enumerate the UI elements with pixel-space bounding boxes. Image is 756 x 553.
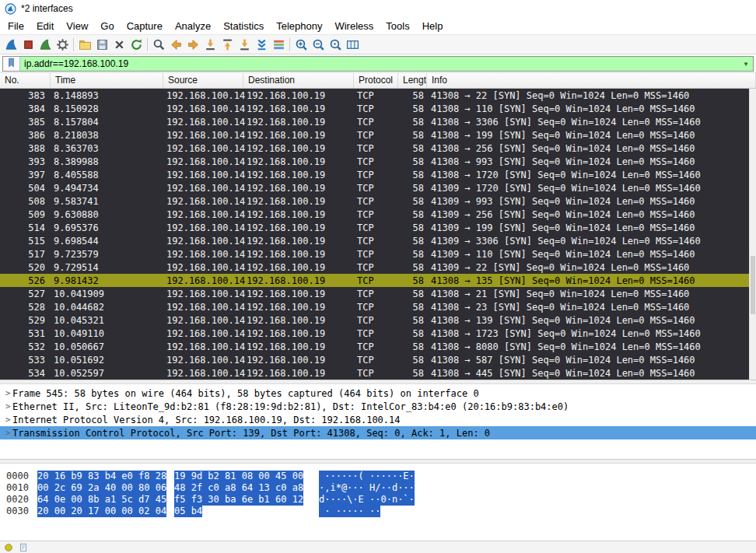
filter-dropdown-icon[interactable]: ▾: [739, 60, 753, 68]
packet-row-515[interactable]: 5159.698544192.168.100.14192.168.100.19T…: [0, 234, 749, 247]
display-filter-input[interactable]: [20, 57, 739, 71]
packet-row-529[interactable]: 52910.045321192.168.100.14192.168.100.19…: [0, 313, 749, 327]
detail-text: Internet Protocol Version 4, Src: 192.16…: [12, 415, 401, 425]
menu-tools[interactable]: Tools: [380, 19, 415, 33]
packet-row-526[interactable]: 5269.981432192.168.100.14192.168.100.19T…: [0, 274, 749, 287]
column-header-info[interactable]: Info: [427, 73, 756, 88]
packet-row-383[interactable]: 3838.148893192.168.100.14192.168.100.19T…: [0, 89, 749, 102]
hex-bytes-left[interactable]: 64 0e 00 8b a1 5c d7 45: [37, 494, 166, 506]
packet-row-508[interactable]: 5089.583741192.168.100.14192.168.100.19T…: [0, 194, 749, 208]
menu-statistics[interactable]: Statistics: [217, 19, 270, 33]
reload-file-button[interactable]: [128, 36, 145, 53]
hex-ascii[interactable]: · ····· ··: [319, 506, 380, 517]
menu-analyze[interactable]: Analyze: [169, 19, 217, 33]
packet-row-504[interactable]: 5049.494734192.168.100.14192.168.100.19T…: [0, 181, 749, 194]
resize-columns-button[interactable]: [344, 36, 361, 53]
expand-arrow-icon[interactable]: >: [0, 428, 12, 438]
menu-view[interactable]: View: [60, 19, 94, 33]
hex-bytes-right[interactable]: 05 b4: [174, 506, 202, 517]
auto-scroll-button[interactable]: [253, 36, 270, 53]
menu-edit[interactable]: Edit: [30, 19, 60, 33]
expert-info-icon[interactable]: [4, 543, 13, 552]
packet-row-386[interactable]: 3868.218038192.168.100.14192.168.100.19T…: [0, 128, 749, 142]
column-header-time[interactable]: Time: [51, 73, 163, 88]
detail-row-3[interactable]: >Transmission Control Protocol, Src Port…: [0, 426, 756, 439]
menu-help[interactable]: Help: [416, 19, 450, 33]
zoom-out-button[interactable]: [310, 36, 327, 53]
cell-protocol: TCP: [354, 289, 398, 299]
menu-telephony[interactable]: Telephony: [270, 19, 328, 33]
menu-capture[interactable]: Capture: [121, 19, 169, 33]
capture-options-button[interactable]: [54, 36, 71, 53]
filter-bookmark-button[interactable]: [3, 57, 20, 71]
open-file-button[interactable]: [76, 36, 93, 53]
go-last-button[interactable]: [236, 36, 253, 53]
packet-row-393[interactable]: 3938.389988192.168.100.14192.168.100.19T…: [0, 155, 749, 168]
packet-row-397[interactable]: 3978.405588192.168.100.14192.168.100.19T…: [0, 168, 749, 181]
hex-bytes-left[interactable]: 00 2c 69 2a 40 00 80 06: [37, 482, 166, 494]
colorize-button[interactable]: [270, 36, 287, 53]
cell-protocol: TCP: [354, 236, 398, 247]
hex-bytes-right[interactable]: 19 9d b2 81 08 00 45 00: [174, 471, 303, 482]
hex-bytes-right[interactable]: f5 f3 30 ba 6e b1 60 12: [174, 494, 303, 506]
go-back-icon: [170, 38, 183, 51]
zoom-in-button[interactable]: [292, 36, 310, 53]
packet-row-534[interactable]: 53410.052597192.168.100.14192.168.100.19…: [0, 366, 749, 380]
column-header-protocol[interactable]: Protocol: [354, 73, 398, 88]
hex-bytes-right[interactable]: 48 2f c0 a8 64 13 c0 a8: [174, 482, 303, 494]
cell-no: 515: [0, 236, 51, 247]
find-packet-button[interactable]: [150, 36, 167, 53]
menu-go[interactable]: Go: [94, 19, 120, 33]
packet-row-385[interactable]: 3858.157804192.168.100.14192.168.100.19T…: [0, 115, 749, 128]
capture-file-properties-icon[interactable]: [19, 543, 28, 552]
hex-ascii[interactable]: d····\·E ··0·n·`·: [319, 494, 415, 506]
hex-row-0030: 003020 00 20 17 00 00 02 0405 b4 · ·····…: [0, 506, 756, 517]
packet-row-514[interactable]: 5149.695376192.168.100.14192.168.100.19T…: [0, 221, 749, 234]
packet-list-scrollbar[interactable]: [749, 89, 756, 380]
detail-row-0[interactable]: >Frame 545: 58 bytes on wire (464 bits),…: [0, 387, 756, 400]
packet-row-532[interactable]: 53210.050667192.168.100.14192.168.100.19…: [0, 340, 749, 353]
packet-row-384[interactable]: 3848.150928192.168.100.14192.168.100.19T…: [0, 102, 749, 115]
restart-capture-button[interactable]: [37, 36, 54, 53]
packet-row-517[interactable]: 5179.723579192.168.100.14192.168.100.19T…: [0, 247, 749, 261]
expand-arrow-icon[interactable]: >: [0, 401, 12, 411]
menu-file[interactable]: File: [2, 19, 30, 33]
column-header-no[interactable]: No.: [0, 73, 51, 88]
detail-row-1[interactable]: >Ethernet II, Src: LiteonTe_9d:b2:81 (f8…: [0, 400, 756, 413]
detail-row-2[interactable]: >Internet Protocol Version 4, Src: 192.1…: [0, 413, 756, 426]
close-file-button[interactable]: [110, 36, 128, 53]
cell-destination: 192.168.100.19: [243, 328, 354, 339]
hex-ascii[interactable]: ·,i*@··· H/··d···: [319, 482, 415, 494]
cell-source: 192.168.100.14: [163, 130, 243, 141]
save-file-button[interactable]: [93, 36, 110, 53]
hex-bytes-left[interactable]: 20 16 b9 83 b4 e0 f8 28: [37, 471, 166, 482]
column-header-destination[interactable]: Destination: [243, 73, 354, 88]
packet-row-388[interactable]: 3888.363703192.168.100.14192.168.100.19T…: [0, 142, 749, 155]
expand-arrow-icon[interactable]: >: [0, 388, 12, 398]
cell-length: 58: [398, 368, 427, 379]
cell-no: 397: [0, 170, 51, 180]
packet-row-531[interactable]: 53110.049110192.168.100.14192.168.100.19…: [0, 327, 749, 340]
packet-row-533[interactable]: 53310.051692192.168.100.14192.168.100.19…: [0, 353, 749, 366]
scrollbar-thumb[interactable]: [751, 256, 755, 314]
go-first-button[interactable]: [219, 36, 236, 53]
expand-arrow-icon[interactable]: >: [0, 415, 12, 425]
cell-info: 41309 → 256 [SYN] Seq=0 Win=1024 Len=0 M…: [427, 209, 749, 220]
hex-bytes-left[interactable]: 20 00 20 17 00 00 02 04: [37, 506, 166, 517]
start-capture-button[interactable]: [2, 36, 19, 53]
packet-row-528[interactable]: 52810.044682192.168.100.14192.168.100.19…: [0, 300, 749, 313]
cell-length: 58: [398, 170, 427, 180]
menu-wireless[interactable]: Wireless: [328, 19, 380, 33]
display-filter-field: ▾: [2, 56, 754, 72]
go-back-button[interactable]: [167, 36, 184, 53]
packet-row-509[interactable]: 5099.630880192.168.100.14192.168.100.19T…: [0, 208, 749, 221]
packet-row-520[interactable]: 5209.729514192.168.100.14192.168.100.19T…: [0, 261, 749, 274]
packet-row-527[interactable]: 52710.041909192.168.100.14192.168.100.19…: [0, 287, 749, 300]
go-forward-button[interactable]: [184, 36, 201, 53]
hex-ascii[interactable]: ······( ······E·: [319, 471, 415, 482]
stop-capture-button[interactable]: [19, 36, 37, 53]
zoom-normal-button[interactable]: [327, 36, 344, 53]
go-to-packet-button[interactable]: [201, 36, 219, 53]
column-header-length[interactable]: Length: [398, 73, 427, 88]
column-header-source[interactable]: Source: [163, 73, 243, 88]
